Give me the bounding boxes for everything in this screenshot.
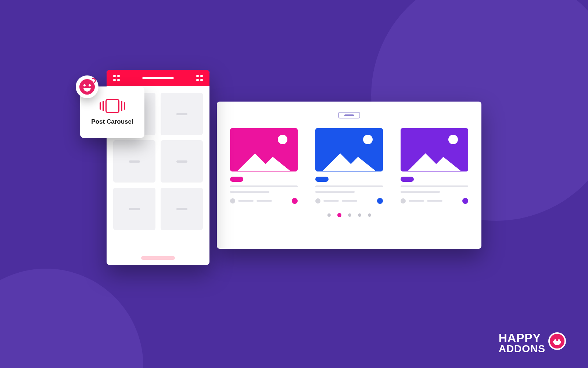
title-placeholder xyxy=(230,191,269,193)
image-placeholder-icon xyxy=(401,128,468,171)
widget-slot[interactable] xyxy=(113,188,155,230)
accent-dot-icon xyxy=(292,198,298,204)
pagination-dot[interactable] xyxy=(368,213,371,217)
carousel-card[interactable] xyxy=(315,128,383,204)
image-placeholder-icon xyxy=(230,128,298,171)
meta-placeholder xyxy=(238,200,254,202)
widget-slot[interactable] xyxy=(161,93,203,135)
meta-placeholder xyxy=(409,200,424,202)
happy-face-icon xyxy=(548,332,566,350)
widget-card-label: Post Carousel xyxy=(91,118,133,125)
avatar-icon xyxy=(315,198,320,204)
title-placeholder xyxy=(230,185,298,187)
widget-slot[interactable] xyxy=(161,140,203,183)
category-pill xyxy=(401,177,414,182)
category-pill xyxy=(230,177,243,182)
image-placeholder-icon xyxy=(315,128,383,171)
title-placeholder xyxy=(401,191,440,193)
menu-grid-icon[interactable] xyxy=(113,75,120,81)
accent-dot-icon xyxy=(377,198,383,204)
title-placeholder xyxy=(401,185,468,187)
widget-slot[interactable] xyxy=(113,140,155,183)
carousel-preview-panel xyxy=(217,102,481,249)
widget-slot[interactable] xyxy=(161,188,203,230)
panel-home-indicator xyxy=(141,256,175,260)
meta-placeholder xyxy=(323,200,339,202)
title-placeholder xyxy=(315,185,383,187)
pagination-dot[interactable] xyxy=(327,213,331,217)
carousel-pagination xyxy=(327,213,371,217)
panel-tab-indicator xyxy=(142,77,174,79)
apps-grid-icon[interactable] xyxy=(196,75,203,81)
carousel-cards-row xyxy=(230,128,468,204)
pagination-dot[interactable] xyxy=(358,213,361,217)
happyaddons-logo: HAPPY ADDONS xyxy=(499,332,570,354)
carousel-card[interactable] xyxy=(401,128,468,204)
pagination-dot[interactable] xyxy=(348,213,351,217)
meta-placeholder xyxy=(257,200,272,202)
carousel-card[interactable] xyxy=(230,128,298,204)
happyaddons-badge xyxy=(76,75,98,98)
panel-header xyxy=(107,70,209,86)
post-carousel-icon xyxy=(100,99,125,113)
accent-dot-icon xyxy=(462,198,468,204)
brand-text-line1: HAPPY xyxy=(499,332,545,344)
avatar-icon xyxy=(230,198,235,204)
preview-heading-placeholder xyxy=(338,112,360,118)
category-pill xyxy=(315,177,329,182)
brand-text-line2: ADDONS xyxy=(499,344,545,354)
title-placeholder xyxy=(315,191,355,193)
avatar-icon xyxy=(401,198,406,204)
meta-placeholder xyxy=(427,200,442,202)
background-shape xyxy=(0,269,143,368)
meta-placeholder xyxy=(342,200,357,202)
pagination-dot-active[interactable] xyxy=(337,213,341,217)
